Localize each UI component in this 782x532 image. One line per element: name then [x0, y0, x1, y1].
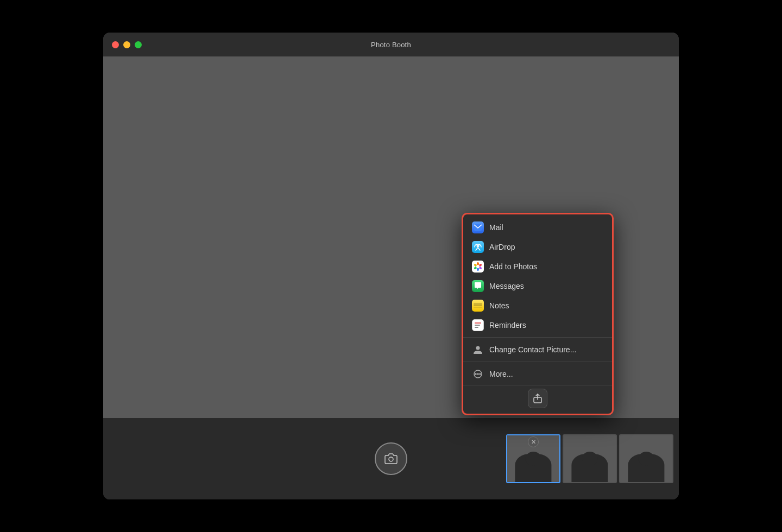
share-menu-item-change-contact[interactable]: Change Contact Picture... — [463, 340, 612, 359]
mail-icon — [472, 221, 484, 233]
more-icon — [472, 368, 484, 380]
airdrop-icon — [472, 241, 484, 253]
svg-point-15 — [480, 373, 481, 375]
menu-divider-2 — [463, 362, 612, 362]
photo-booth-window: Photo Booth ✕ — [103, 33, 679, 499]
airdrop-label: AirDrop — [489, 243, 515, 251]
notes-icon — [472, 300, 484, 312]
share-button-area — [463, 385, 612, 410]
thumbnail-item[interactable]: ✕ — [506, 434, 560, 483]
mail-label: Mail — [489, 223, 503, 232]
reminders-icon — [472, 319, 484, 331]
thumbnail[interactable] — [563, 434, 617, 483]
add-to-photos-label: Add to Photos — [489, 262, 537, 271]
reminders-label: Reminders — [489, 321, 526, 330]
share-menu-item-more[interactable]: More... — [463, 364, 612, 384]
window-title: Photo Booth — [371, 41, 411, 49]
share-menu-item-add-to-photos[interactable]: Add to Photos — [463, 257, 612, 276]
thumbnail[interactable] — [619, 434, 673, 483]
svg-point-11 — [476, 346, 480, 350]
svg-point-13 — [475, 373, 476, 375]
svg-point-2 — [477, 245, 480, 248]
svg-point-14 — [477, 373, 478, 375]
notes-label: Notes — [489, 301, 509, 310]
capture-button[interactable] — [375, 442, 407, 475]
thumbnail-item[interactable] — [563, 434, 617, 483]
share-menu-item-messages[interactable]: Messages — [463, 276, 612, 296]
more-label: More... — [489, 370, 513, 378]
messages-label: Messages — [489, 282, 524, 290]
close-button[interactable] — [112, 41, 119, 48]
menu-divider-1 — [463, 337, 612, 338]
messages-icon — [472, 280, 484, 292]
share-menu-item-airdrop[interactable]: AirDrop — [463, 237, 612, 257]
photos-icon — [472, 261, 484, 273]
share-action-button[interactable] — [528, 389, 547, 408]
window-controls — [112, 41, 142, 48]
bottom-panel: ✕ — [103, 418, 679, 499]
share-menu-item-notes[interactable]: Notes — [463, 296, 612, 315]
remove-photo-button[interactable]: ✕ — [528, 436, 539, 447]
svg-point-0 — [389, 457, 393, 461]
contact-icon — [472, 344, 484, 356]
thumbnail-item[interactable] — [619, 434, 673, 483]
maximize-button[interactable] — [135, 41, 142, 48]
svg-point-10 — [476, 265, 480, 268]
share-menu: Mail AirDrop — [462, 213, 614, 415]
thumbnails-area: ✕ — [506, 418, 679, 499]
minimize-button[interactable] — [123, 41, 130, 48]
titlebar: Photo Booth — [103, 33, 679, 56]
share-menu-item-mail[interactable]: Mail — [463, 218, 612, 237]
svg-rect-1 — [474, 224, 482, 231]
share-menu-item-reminders[interactable]: Reminders — [463, 315, 612, 335]
change-contact-label: Change Contact Picture... — [489, 345, 576, 354]
